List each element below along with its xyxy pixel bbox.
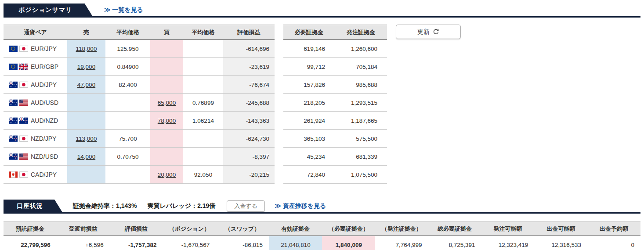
- required-margin-cell: 365,103: [283, 130, 335, 148]
- required-margin-cell: 157,826: [283, 76, 335, 94]
- sell-quantity-cell: [67, 112, 105, 130]
- account-col-header: （スワップ）: [216, 222, 269, 236]
- required-margin-cell: 99,712: [283, 58, 335, 76]
- position-row: EUR/JPY118,000125.950-614,696: [4, 40, 275, 58]
- asset-history-label: 資産推移を見る: [283, 202, 326, 209]
- sell-avg-price-cell: [105, 166, 150, 184]
- refresh-icon: [433, 29, 439, 35]
- sell-quantity-link[interactable]: 19,000: [77, 64, 95, 70]
- sell-quantity-cell: 47,000: [67, 76, 105, 94]
- refresh-button-wrap: 更新: [396, 25, 461, 39]
- sell-avg-price-cell: 0.84900: [105, 58, 150, 76]
- page: ポジションサマリ ≫一覧を見る 通貨ペア 売 平均価格 買 平均価格 評価損益 …: [0, 0, 644, 250]
- account-status-table: 預託証拠金受渡前損益評価損益（ポジション）（スワップ）有効証拠金（必要証拠金）（…: [4, 221, 640, 250]
- account-value-cell: 1,840,009: [322, 236, 375, 250]
- account-col-header: 受渡前損益: [57, 222, 110, 236]
- currency-pair-cell: EUR/GBP: [4, 58, 67, 76]
- required-margin-cell: 45,234: [283, 148, 335, 166]
- sell-quantity-link[interactable]: 118,000: [76, 46, 97, 52]
- position-row: CAD/JPY20,00092.050-20,215: [4, 166, 275, 184]
- currency-pair-cell: NZD/USD: [4, 148, 67, 166]
- required-margin-cell: 619,146: [283, 40, 335, 58]
- account-value-cell: 8,725,391: [428, 236, 481, 250]
- unrealized-pl-cell: -23,619: [223, 58, 275, 76]
- account-col-header: 発注可能額: [481, 222, 534, 236]
- sell-quantity-link[interactable]: 113,000: [76, 136, 97, 142]
- account-col-header: 出金可能額: [534, 222, 587, 236]
- asset-history-link[interactable]: ≫資産推移を見る: [275, 202, 326, 210]
- account-col-header: （発注証拠金）: [375, 222, 428, 236]
- position-row: EUR/GBP19,0000.84900-23,619: [4, 58, 275, 76]
- position-row: AUD/JPY47,00082.400-76,674: [4, 76, 275, 94]
- currency-pair-label: NZD/JPY: [31, 135, 56, 142]
- unrealized-pl-cell: -76,674: [223, 76, 275, 94]
- buy-quantity-cell: [150, 40, 183, 58]
- order-margin-cell: 1,187,665: [335, 112, 387, 130]
- account-value-cell: 21,048,810: [269, 236, 322, 250]
- buy-quantity-link[interactable]: 65,000: [158, 100, 176, 106]
- position-row: AUD/USD65,0000.76899-245,688: [4, 94, 275, 112]
- account-value-cell: +6,596: [57, 236, 110, 250]
- refresh-button[interactable]: 更新: [396, 25, 461, 39]
- margin-row: 72,8401,075,500: [283, 166, 387, 184]
- currency-pair-label: CAD/JPY: [31, 171, 57, 178]
- buy-quantity-link[interactable]: 78,000: [158, 118, 176, 124]
- account-status-value-row: 22,799,596+6,596-1,757,382-1,670,567-86,…: [4, 236, 640, 250]
- flag-us-icon: [19, 100, 28, 106]
- sell-avg-price-cell: [105, 112, 150, 130]
- account-col-header: 有効証拠金: [269, 222, 322, 236]
- margin-row: 365,103575,500: [283, 130, 387, 148]
- unrealized-pl-cell: -143,363: [223, 112, 275, 130]
- currency-pair-label: EUR/GBP: [31, 63, 58, 70]
- account-value-cell: 12,323,419: [481, 236, 534, 250]
- buy-avg-price-cell: [183, 58, 223, 76]
- double-chevron-icon: ≫: [275, 202, 281, 209]
- buy-quantity-cell: [150, 130, 183, 148]
- double-chevron-icon: ≫: [104, 6, 111, 13]
- buy-avg-price-cell: [183, 148, 223, 166]
- sell-avg-price-cell: 125.950: [105, 40, 150, 58]
- order-margin-cell: 681,339: [335, 148, 387, 166]
- sell-quantity-link[interactable]: 14,000: [77, 154, 95, 160]
- currency-pair-cell: EUR/JPY: [4, 40, 67, 58]
- view-list-link[interactable]: ≫一覧を見る: [104, 6, 143, 14]
- currency-pair-label: AUD/USD: [31, 99, 58, 106]
- flag-eu-icon: [9, 46, 18, 52]
- sell-quantity-cell: 113,000: [67, 130, 105, 148]
- currency-pair-cell: NZD/JPY: [4, 130, 67, 148]
- buy-quantity-link[interactable]: 20,000: [158, 171, 176, 178]
- buy-quantity-cell: [150, 76, 183, 94]
- buy-quantity-cell: [150, 148, 183, 166]
- account-value-cell: 22,799,596: [4, 236, 57, 250]
- account-value-cell: 7,764,999: [375, 236, 428, 250]
- account-value-cell: -1,757,382: [110, 236, 163, 250]
- flag-gb-icon: [19, 64, 28, 70]
- flag-ca-icon: [9, 171, 18, 178]
- sell-avg-price-cell: 82.400: [105, 76, 150, 94]
- tab-account-status: 口座状況: [4, 200, 62, 212]
- effective-leverage: 実質レバレッジ：2.19倍: [147, 202, 215, 210]
- position-row: AUD/NZD78,0001.06214-143,363: [4, 112, 275, 130]
- buy-quantity-cell: 65,000: [150, 94, 183, 112]
- deposit-button[interactable]: 入金する: [227, 200, 265, 212]
- unrealized-pl-cell: -20,215: [223, 166, 275, 184]
- buy-avg-price-cell: 1.06214: [183, 112, 223, 130]
- account-col-header: （必要証拠金）: [322, 222, 375, 236]
- unrealized-pl-cell: -245,688: [223, 94, 275, 112]
- flag-au-icon: [9, 100, 18, 106]
- flag-jp-icon: [19, 46, 28, 52]
- required-margin-cell: 218,205: [283, 94, 335, 112]
- currency-pair-label: AUD/JPY: [31, 81, 57, 88]
- col-header-order-margin: 発注証拠金: [335, 25, 387, 40]
- margin-rows: 619,1461,260,60099,712705,184157,826985,…: [283, 40, 387, 184]
- account-col-header: （ポジション）: [163, 222, 216, 236]
- unrealized-pl-cell: -614,696: [223, 40, 275, 58]
- sell-quantity-link[interactable]: 47,000: [77, 82, 95, 88]
- unrealized-pl-cell: -624,730: [223, 130, 275, 148]
- account-col-header: 出金予約額: [587, 222, 640, 236]
- sell-quantity-cell: [67, 94, 105, 112]
- margin-summary-header-row: 必要証拠金 発注証拠金: [283, 25, 387, 40]
- flag-au-icon: [9, 82, 18, 88]
- sell-quantity-cell: 118,000: [67, 40, 105, 58]
- buy-avg-price-cell: 92.050: [183, 166, 223, 184]
